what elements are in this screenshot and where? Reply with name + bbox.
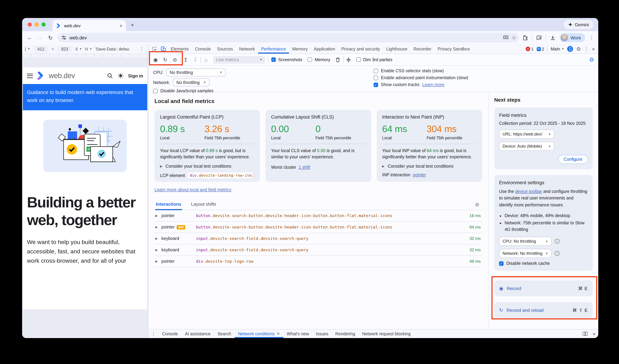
drawer-tab-console[interactable]: Console (159, 329, 182, 338)
drawer-tab-search[interactable]: Search (214, 329, 235, 338)
theme-toggle-icon[interactable] (117, 73, 124, 79)
inp-interaction-link[interactable]: pointer (413, 173, 426, 178)
device-toolbar-menu-icon[interactable]: ⋮ (139, 46, 144, 52)
live-metrics-home-icon[interactable]: ⌂ (201, 55, 211, 64)
drawer-tab-network-conditions[interactable]: Network conditions✕ (235, 329, 283, 338)
drawer-tab-network-request-blocking[interactable]: Network request blocking (359, 329, 414, 338)
network-info-icon[interactable]: i (555, 251, 560, 256)
tab-network[interactable]: Network (236, 44, 258, 54)
devtools-close-icon[interactable]: × (592, 46, 595, 52)
inp-local-conditions-disclosure[interactable]: ▶Consider your local test conditions (382, 164, 477, 169)
tab-layout-shifts[interactable]: Layout shifts (190, 199, 217, 210)
hamburger-menu-icon[interactable] (27, 73, 33, 78)
worst-cluster-link[interactable]: 1 shift (299, 165, 310, 170)
inspect-element-icon[interactable] (150, 44, 159, 54)
tab-console[interactable]: Console (192, 44, 214, 54)
downloads-icon[interactable] (550, 35, 555, 40)
screenshots-checkbox[interactable]: ✓Screenshots (271, 57, 302, 62)
minimize-window-button[interactable] (35, 22, 39, 27)
tab-performance[interactable]: Performance (258, 44, 289, 54)
back-button[interactable]: ← (26, 35, 33, 41)
drawer-close-icon[interactable]: × (593, 331, 595, 336)
tab-privacy-security[interactable]: Privacy and security (338, 44, 383, 54)
record-button[interactable]: ◉ Record ⌘ E (494, 280, 593, 296)
search-icon[interactable] (107, 73, 113, 79)
error-badge[interactable]: ✕ 1 (526, 46, 534, 51)
tab-application[interactable]: Application (311, 44, 338, 54)
network-throttling-select[interactable]: No throttling▼ (173, 78, 210, 86)
field-url-select[interactable]: URL: https://web.dev/▼ (499, 130, 554, 139)
close-window-button[interactable] (28, 22, 32, 27)
issues-badge[interactable]: 2 (536, 46, 544, 51)
zoom-select[interactable]: 8▼ (75, 46, 82, 51)
custom-tracks-learn-more-link[interactable]: Learn more (422, 82, 444, 87)
maximize-window-button[interactable] (42, 22, 46, 27)
configure-button[interactable]: Configure (558, 155, 588, 164)
memory-checkbox[interactable]: Memory (308, 57, 330, 62)
forward-button[interactable]: → (37, 35, 43, 41)
devtools-menu-icon[interactable]: ⋮ (584, 46, 589, 52)
collapse-sidebar-icon[interactable] (344, 55, 353, 64)
tab-sources[interactable]: Sources (214, 44, 236, 54)
interaction-row[interactable]: ▶ pointerINP button.devsite-search-butto… (155, 222, 482, 233)
lcp-element-chip[interactable]: div.devsite-landing-row-ite… (187, 173, 252, 179)
record-icon[interactable]: ◉ (151, 55, 160, 64)
disable-cache-checkbox[interactable]: ✓Disable network cache (499, 261, 588, 266)
install-icon[interactable] (503, 35, 508, 40)
extensions-icon[interactable] (522, 35, 528, 40)
record-and-reload-button[interactable]: ↻ Record and reload ⌘ ⇧ E (494, 302, 593, 318)
lcp-local-conditions-disclosure[interactable]: ▶Consider your local test conditions (160, 164, 254, 169)
device-toolbar-link[interactable]: device toolbar (515, 189, 542, 194)
dim-3rd-parties-checkbox[interactable]: Dim 3rd parties (356, 57, 393, 62)
throttling-select[interactable]: N▼ (85, 46, 92, 51)
dock-side-icon[interactable] (583, 332, 588, 336)
drawer-tab-ai-assistance[interactable]: AI assistance (182, 329, 214, 338)
tab-close-icon[interactable]: × (120, 23, 122, 28)
advanced-paint-checkbox[interactable]: Enable advanced paint instrumentation (s… (374, 75, 468, 80)
viewport-width-input[interactable]: 412 (33, 46, 49, 52)
interaction-row[interactable]: ▶ keyboard input.devsite-search-field.de… (155, 244, 482, 256)
reload-button[interactable]: ↻ (47, 34, 54, 41)
device-ai-icon[interactable] (567, 46, 573, 52)
address-bar[interactable]: web.dev ☆ (57, 33, 519, 42)
dimensions-select[interactable]: [▼ (25, 46, 30, 51)
viewport-height-input[interactable]: 823 (57, 46, 72, 52)
browser-tab[interactable]: web.dev × (53, 20, 126, 31)
field-device-select[interactable]: Device: Auto (Mobile)▼ (499, 142, 554, 151)
env-cpu-select[interactable]: CPU: No throttling▼ (499, 237, 552, 246)
bookmark-star-icon[interactable]: ☆ (512, 35, 516, 41)
tab-recorder[interactable]: Recorder (410, 44, 435, 54)
drawer-tab-issues[interactable]: Issues (312, 329, 332, 338)
device-toolbar-toggle-icon[interactable] (159, 44, 168, 54)
tab-interactions[interactable]: Interactions (155, 199, 182, 210)
interaction-row[interactable]: ▶ keyboard input.devsite-search-field.de… (155, 233, 482, 244)
profile-chip[interactable]: Work (560, 33, 585, 42)
drawer-menu-icon[interactable]: ⋮ (151, 331, 156, 336)
tab-privacy-sandbox[interactable]: Privacy Sandbox (435, 44, 473, 54)
tab-lighthouse[interactable]: Lighthouse (383, 44, 410, 54)
tab-memory[interactable]: Memory (289, 44, 311, 54)
clear-icon[interactable]: ⊘ (170, 55, 179, 64)
save-profile-icon[interactable]: ↧ (191, 55, 200, 64)
target-select[interactable]: Main▼ (551, 46, 564, 51)
browser-menu-icon[interactable]: ⋮ (589, 35, 594, 41)
custom-tracks-checkbox[interactable]: ✓Show custom tracks Learn more (374, 82, 468, 87)
cpu-throttling-select[interactable]: No throttling▼ (166, 69, 226, 76)
cpu-info-icon[interactable]: i (555, 239, 560, 244)
garbage-collect-icon[interactable] (333, 55, 342, 64)
drawer-tab-whats-new[interactable]: What's new (283, 329, 312, 338)
css-selector-stats-checkbox[interactable]: Enable CSS selector stats (slow) (374, 69, 468, 73)
interactions-clear-icon[interactable]: ⊘ (475, 201, 481, 208)
drawer-tab-close-icon[interactable]: ✕ (277, 332, 280, 336)
gemini-button[interactable]: Gemini (564, 20, 593, 29)
history-select[interactable]: Live metrics▼ (213, 56, 265, 63)
tab-elements[interactable]: Elements (168, 44, 192, 54)
devtools-settings-icon[interactable]: ⚙ (576, 46, 581, 52)
interaction-row[interactable]: ▶ pointer div.devsite-top-logo-row 48 ms (155, 256, 482, 267)
site-settings-icon[interactable] (61, 35, 66, 40)
load-profile-icon[interactable]: ↥ (181, 55, 190, 64)
find-in-page-icon[interactable] (536, 35, 542, 40)
capture-settings-icon[interactable]: ⚙ (589, 56, 595, 63)
drawer-tab-rendering[interactable]: Rendering (332, 329, 359, 338)
env-network-select[interactable]: Network: No throttling▼ (499, 249, 552, 258)
